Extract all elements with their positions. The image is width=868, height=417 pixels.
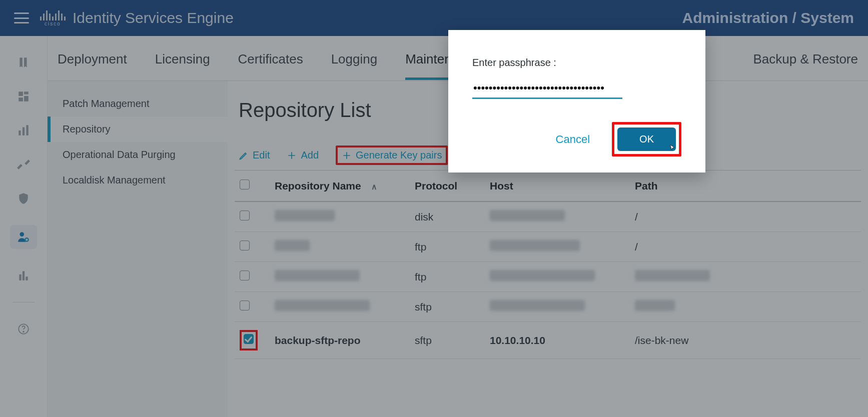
passphrase-label: Enter passphrase :: [472, 57, 681, 68]
cancel-button[interactable]: Cancel: [556, 133, 590, 146]
passphrase-input[interactable]: [472, 80, 622, 99]
passphrase-dialog: Enter passphrase : Cancel OK: [448, 30, 705, 172]
ok-button[interactable]: OK: [617, 128, 676, 151]
cursor-icon: [668, 143, 677, 154]
modal-overlay[interactable]: [0, 0, 868, 417]
highlight-ok: OK: [612, 122, 681, 156]
